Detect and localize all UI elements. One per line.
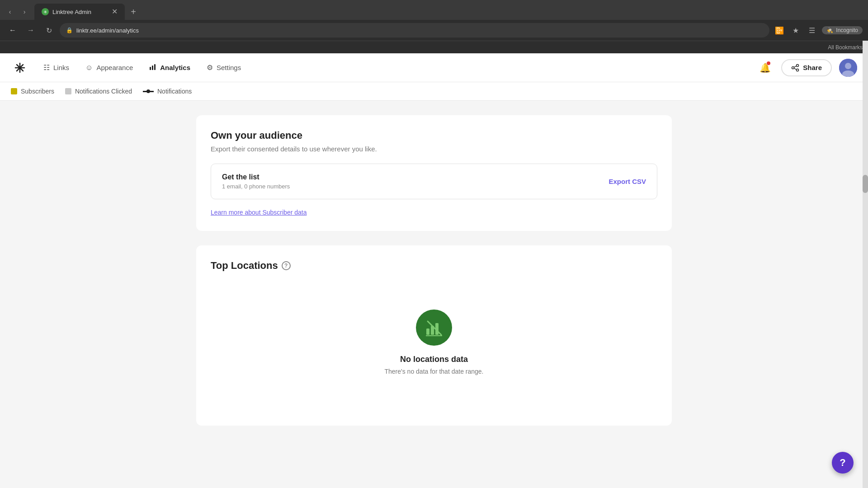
notifications-line bbox=[143, 91, 154, 92]
appearance-icon: ☺ bbox=[85, 64, 93, 72]
nav-right: 🔔 Share bbox=[756, 59, 857, 77]
nav-links: ☷ Links ☺ Appearance Analytics ⚙ bbox=[36, 60, 756, 76]
no-data-chart-icon bbox=[425, 319, 443, 337]
get-list-title: Get the list bbox=[222, 173, 290, 181]
bookmark-icon[interactable]: ★ bbox=[789, 24, 802, 37]
cast-icon[interactable]: 📴 bbox=[773, 24, 786, 37]
legend-notifications-clicked: Notifications Clicked bbox=[65, 88, 132, 95]
nav-settings-link[interactable]: ⚙ Settings bbox=[199, 60, 248, 75]
browser-chrome: ‹ › ✳ Linktree Admin ✕ + ← → ↻ 🔒 linktr.… bbox=[0, 0, 868, 53]
tab-favicon: ✳ bbox=[42, 8, 49, 15]
locations-header: Top Locations ? bbox=[211, 260, 657, 272]
svg-point-5 bbox=[792, 66, 794, 69]
share-button[interactable]: Share bbox=[781, 59, 832, 76]
audience-subtitle: Export their consented details to use wh… bbox=[211, 145, 657, 153]
url-text: linktr.ee/admin/analytics bbox=[76, 27, 139, 34]
audience-section: Own your audience Export their consented… bbox=[196, 115, 672, 231]
svg-rect-0 bbox=[150, 67, 151, 70]
notifications-line-shape bbox=[143, 91, 154, 92]
analytics-icon bbox=[149, 63, 156, 72]
no-data-subtitle: There's no data for that date range. bbox=[384, 368, 483, 375]
legend-subscribers: Subscribers bbox=[11, 88, 54, 95]
reload-button[interactable]: ↻ bbox=[42, 23, 56, 38]
tab-close-button[interactable]: ✕ bbox=[112, 8, 118, 15]
top-navigation: ☷ Links ☺ Appearance Analytics ⚙ bbox=[0, 53, 868, 82]
no-data-icon-circle bbox=[416, 310, 452, 346]
svg-rect-2 bbox=[154, 64, 156, 70]
tab-title: Linktree Admin bbox=[52, 9, 91, 15]
notifications-line-dot bbox=[146, 89, 150, 93]
svg-point-9 bbox=[845, 63, 851, 69]
avatar[interactable] bbox=[839, 59, 857, 77]
export-csv-button[interactable]: Export CSV bbox=[609, 178, 646, 185]
chart-legend-strip: Subscribers Notifications Clicked Notifi… bbox=[0, 82, 868, 101]
incognito-badge: 🕵 Incognito bbox=[822, 26, 863, 34]
svg-rect-11 bbox=[426, 328, 429, 335]
app-container: ☷ Links ☺ Appearance Analytics ⚙ bbox=[0, 53, 868, 460]
no-data-title: No locations data bbox=[400, 355, 468, 364]
audience-title: Own your audience bbox=[211, 130, 657, 141]
svg-line-7 bbox=[794, 68, 797, 70]
nav-links-link[interactable]: ☷ Links bbox=[36, 60, 76, 75]
sidebar-icon[interactable]: ☰ bbox=[806, 24, 818, 37]
tab-forward-icon[interactable]: › bbox=[18, 5, 31, 18]
export-card: Get the list 1 email, 0 phone numbers Ex… bbox=[211, 164, 657, 199]
toolbar-icons: 📴 ★ ☰ 🕵 Incognito bbox=[773, 24, 863, 37]
bookmarks-label: All Bookmarks bbox=[828, 44, 863, 51]
notifications-clicked-dot bbox=[65, 88, 71, 94]
forward-button[interactable]: → bbox=[24, 23, 38, 38]
get-list-meta: 1 email, 0 phone numbers bbox=[222, 183, 290, 190]
tab-back-icon[interactable]: ‹ bbox=[4, 5, 16, 18]
bookmarks-bar: All Bookmarks bbox=[0, 41, 868, 53]
browser-toolbar: ← → ↻ 🔒 linktr.ee/admin/analytics 📴 ★ ☰ … bbox=[0, 20, 868, 41]
nav-analytics-link[interactable]: Analytics bbox=[142, 60, 198, 76]
locations-section: Top Locations ? No locations data There'… bbox=[196, 245, 672, 426]
notification-dot bbox=[767, 61, 770, 65]
svg-line-6 bbox=[794, 66, 797, 67]
active-tab[interactable]: ✳ Linktree Admin ✕ bbox=[34, 4, 125, 20]
subscribers-dot bbox=[11, 88, 17, 94]
svg-rect-1 bbox=[152, 66, 153, 70]
browser-tabs: ‹ › ✳ Linktree Admin ✕ + bbox=[0, 0, 868, 20]
export-card-info: Get the list 1 email, 0 phone numbers bbox=[222, 173, 290, 190]
legend-notifications: Notifications bbox=[143, 88, 192, 95]
links-icon: ☷ bbox=[43, 63, 50, 72]
scrollbar-track[interactable] bbox=[863, 41, 868, 488]
svg-point-4 bbox=[797, 69, 799, 71]
locations-title: Top Locations bbox=[211, 260, 278, 272]
learn-more-link[interactable]: Learn more about Subscriber data bbox=[211, 209, 307, 216]
locations-info-icon[interactable]: ? bbox=[282, 261, 291, 270]
svg-point-3 bbox=[797, 64, 799, 66]
new-tab-button[interactable]: + bbox=[127, 5, 140, 19]
app-logo[interactable] bbox=[11, 59, 29, 77]
back-button[interactable]: ← bbox=[5, 23, 20, 38]
notification-button[interactable]: 🔔 bbox=[756, 59, 774, 77]
nav-appearance-link[interactable]: ☺ Appearance bbox=[78, 60, 140, 75]
settings-icon: ⚙ bbox=[207, 63, 213, 72]
tab-navigation: ‹ › bbox=[4, 5, 31, 18]
address-bar[interactable]: 🔒 linktr.ee/admin/analytics bbox=[60, 23, 769, 38]
help-button[interactable]: ? bbox=[832, 452, 854, 474]
svg-line-15 bbox=[428, 321, 441, 335]
scrollbar-thumb[interactable] bbox=[863, 175, 868, 193]
lock-icon: 🔒 bbox=[66, 27, 73, 33]
main-content: Own your audience Export their consented… bbox=[185, 101, 683, 440]
no-data-container: No locations data There's no data for th… bbox=[211, 282, 657, 411]
